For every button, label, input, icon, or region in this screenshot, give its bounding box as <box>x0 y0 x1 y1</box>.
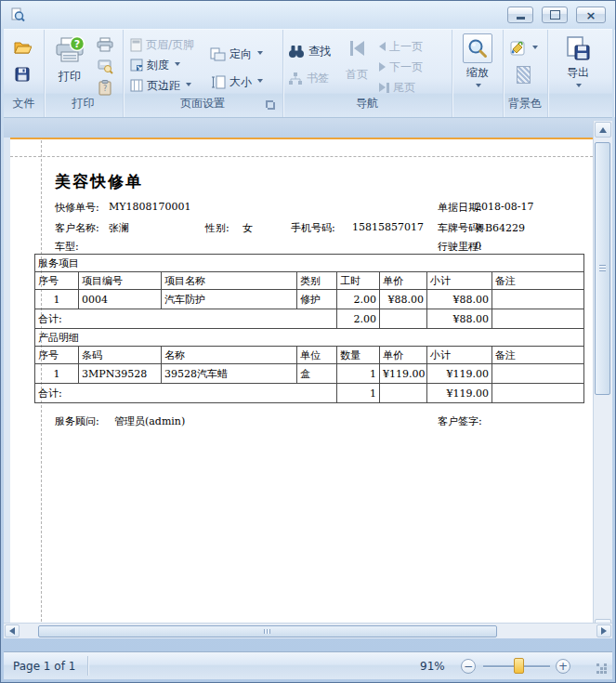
zoom-button[interactable]: 缩放 <box>456 33 499 95</box>
header-footer-label: 页眉/页脚 <box>146 37 194 53</box>
zoom-slider-thumb[interactable] <box>514 658 524 674</box>
scroll-up-button[interactable] <box>595 122 611 138</box>
open-folder-icon <box>14 40 32 54</box>
quick-print-button[interactable] <box>94 33 116 56</box>
margins-icon <box>130 79 143 92</box>
table-row: 1 3MPN39528 39528汽车蜡 盒 1 ¥119.00 ¥119.00 <box>35 364 584 384</box>
close-button[interactable]: × <box>576 7 606 23</box>
find-button[interactable]: 查找 <box>286 42 333 60</box>
window-controls: × <box>507 7 606 23</box>
zoom-button-label: 缩放 <box>466 65 489 81</box>
print-settings-button[interactable] <box>94 55 116 77</box>
print-button-label: 打印 <box>59 69 81 85</box>
zoom-out-button[interactable]: − <box>461 659 476 674</box>
horizontal-scroll-thumb[interactable] <box>38 625 497 637</box>
svg-text:?: ? <box>74 38 80 50</box>
vertical-scroll-thumb[interactable] <box>595 142 610 395</box>
ribbon-group-background: 背景色 <box>503 30 548 117</box>
resize-grip[interactable] <box>596 663 608 675</box>
cell-remark <box>492 290 584 309</box>
group-label-page-setup: 页面设置 <box>123 96 282 112</box>
col-header: 数量 <box>337 347 380 364</box>
service-band: 服务项目 <box>35 255 584 272</box>
order-no-label: 快修单号: <box>55 201 99 215</box>
print-button[interactable]: ? 打印 <box>48 33 91 95</box>
export-button[interactable]: 导出 <box>557 33 599 95</box>
scale-button[interactable]: 刻度 <box>128 56 182 74</box>
minimize-button[interactable] <box>507 7 533 23</box>
arrow-right-icon <box>601 627 607 635</box>
ribbon-group-file: 文件 <box>4 30 45 117</box>
scroll-right-button[interactable] <box>596 624 611 637</box>
print-preview-icon <box>10 7 25 22</box>
first-page-icon <box>350 41 364 56</box>
scroll-left-button[interactable] <box>5 624 20 637</box>
last-page-button[interactable]: 尾页 <box>377 78 417 97</box>
header-footer-icon <box>130 38 142 52</box>
ribbon-group-zoom: 缩放 <box>452 30 504 117</box>
zoom-in-button[interactable]: + <box>556 659 570 674</box>
col-header: 小计 <box>427 272 492 290</box>
maximize-button[interactable] <box>542 7 568 23</box>
phone-label: 手机号码: <box>291 221 335 235</box>
page-setup-dialog-launcher[interactable] <box>266 100 275 110</box>
table-row: 1 0004 汽车防护 修护 2.00 ¥88.00 ¥88.00 <box>35 290 584 309</box>
order-no-value: MY1808170001 <box>109 201 191 213</box>
customer-label: 客户名称: <box>55 221 99 235</box>
first-page-label: 首页 <box>346 67 368 83</box>
horizontal-scrollbar[interactable] <box>4 623 612 638</box>
print-settings-icon <box>97 59 113 74</box>
open-button[interactable] <box>11 35 33 58</box>
vertical-scrollbar[interactable] <box>593 121 612 636</box>
page-size-button[interactable]: 大小 <box>208 72 265 91</box>
chevron-down-icon <box>532 46 538 52</box>
prev-page-button[interactable]: 上一页 <box>377 37 425 56</box>
save-icon <box>15 67 30 82</box>
quick-print-icon <box>97 37 113 52</box>
repair-order-document: 美容快修单 快修单号: MY1808170001 单据日期: 2018-08-1… <box>10 138 593 636</box>
col-header: 备注 <box>492 272 584 290</box>
col-header: 条码 <box>79 347 162 364</box>
bookmark-button[interactable]: 书签 <box>286 69 331 87</box>
scale-icon <box>130 59 143 72</box>
save-button[interactable] <box>11 63 33 85</box>
titlebar[interactable]: × <box>1 1 615 29</box>
zoom-percent: 91% <box>420 660 445 673</box>
total-price <box>380 384 427 403</box>
cell-name: 39528汽车蜡 <box>162 364 297 384</box>
plate-value: 粤B64229 <box>475 221 525 235</box>
bookmark-label: 书签 <box>307 71 329 86</box>
table-total-row: 合计: 1 ¥119.00 <box>35 384 584 403</box>
col-header: 工时 <box>337 272 380 290</box>
watermark-icon <box>517 66 531 84</box>
cell-price: ¥119.00 <box>380 364 427 384</box>
next-page-label: 下一页 <box>389 59 423 75</box>
orientation-button[interactable]: 定向 <box>208 45 265 63</box>
next-page-button[interactable]: 下一页 <box>377 58 425 76</box>
scale-label: 刻度 <box>147 58 169 73</box>
cell-seq: 1 <box>35 364 79 384</box>
total-remark <box>492 384 584 403</box>
chevron-down-icon <box>186 83 191 89</box>
orientation-icon <box>210 47 226 61</box>
col-header: 单价 <box>380 347 427 364</box>
cell-unit: 盒 <box>297 364 337 384</box>
group-label-navigation: 导航 <box>282 96 452 112</box>
page-size-icon <box>210 75 226 89</box>
margins-button[interactable]: 页边距 <box>128 76 193 95</box>
chevron-down-icon <box>257 79 263 85</box>
print-preview-window: × 文件 <box>0 0 616 683</box>
header-footer-button[interactable]: 页眉/页脚 <box>128 35 196 54</box>
background-color-button[interactable] <box>506 39 540 58</box>
total-price <box>380 309 427 329</box>
ribbon-group-export: 导出 <box>547 30 614 117</box>
ribbon-group-print: ? 打印 <box>44 30 124 117</box>
total-subtotal: ¥119.00 <box>427 384 492 403</box>
col-header: 单位 <box>297 347 337 364</box>
paint-bucket-icon <box>508 39 527 58</box>
clipboard-icon: ? <box>98 80 111 96</box>
watermark-button[interactable] <box>512 63 534 85</box>
col-header: 项目编号 <box>79 272 162 290</box>
col-header: 名称 <box>162 347 297 364</box>
first-page-button[interactable]: 首页 <box>342 33 372 91</box>
